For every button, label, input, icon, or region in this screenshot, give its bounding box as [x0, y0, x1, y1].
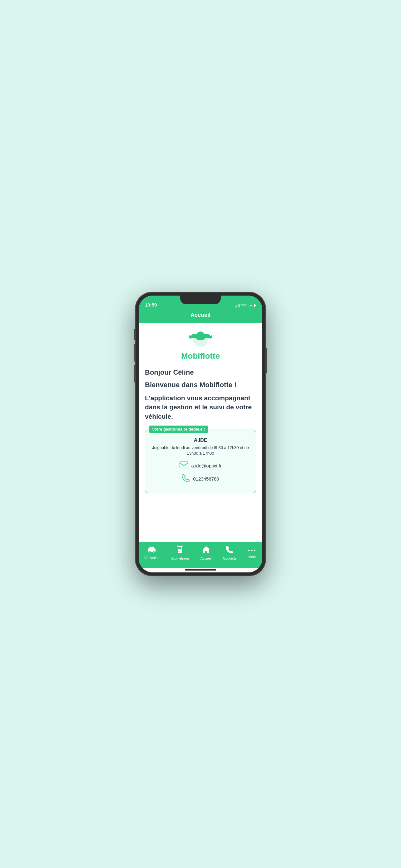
nav-label-accueil: Accueil [201, 556, 211, 560]
svg-rect-20 [177, 546, 178, 547]
svg-rect-17 [178, 550, 179, 550]
manager-phone-row[interactable]: 0123456789 [150, 474, 251, 484]
nav-item-kilometrage[interactable]: Kilométrage [168, 544, 192, 561]
manager-phone: 0123456789 [193, 476, 219, 482]
svg-rect-2 [238, 304, 239, 307]
nav-item-contacts[interactable]: Contacts [221, 544, 239, 561]
manager-hours: Joignable du lundi au vendredi de 8h30 à… [150, 445, 251, 456]
header-title: Accueil [191, 312, 210, 318]
svg-rect-19 [178, 551, 179, 552]
phone-icon [182, 474, 190, 484]
svg-rect-18 [180, 550, 181, 550]
svg-rect-21 [181, 546, 183, 547]
svg-rect-9 [180, 462, 188, 468]
side-button-mute [134, 329, 135, 340]
contacts-icon [226, 546, 234, 556]
svg-point-14 [153, 552, 154, 553]
side-button-volume-up [134, 344, 135, 362]
phone-frame: 10:59 [135, 292, 266, 576]
side-button-volume-down [134, 365, 135, 382]
manager-email-row[interactable]: a.ide@optixt.fr [150, 462, 251, 470]
nav-item-accueil[interactable]: Accueil [198, 544, 214, 561]
app-header: Accueil [139, 309, 262, 323]
manager-card: Votre gestionnaire dédié.e : A.IDE Joign… [145, 430, 256, 493]
logo-area: Mobiflotte [145, 330, 256, 361]
nav-item-more[interactable]: ••• More [245, 546, 259, 560]
home-indicator-area [139, 568, 262, 572]
svg-rect-10 [148, 548, 156, 552]
kilometrage-icon [176, 546, 183, 556]
home-indicator [185, 569, 216, 570]
nav-label-contacts: Contacts [223, 556, 236, 560]
main-content: Mobiflotte Bonjour Céline Bienvenue dans… [139, 323, 262, 542]
manager-name: A.IDE [150, 437, 251, 443]
logo-text: Mobiflotte [181, 351, 220, 361]
email-icon [179, 462, 188, 470]
manager-label: Votre gestionnaire dédié.e : [149, 426, 208, 433]
svg-point-13 [149, 552, 151, 553]
side-button-power [266, 348, 267, 373]
manager-email: a.ide@optixt.fr [192, 463, 222, 468]
svg-rect-3 [239, 304, 240, 307]
status-time: 10:59 [145, 302, 157, 307]
svg-rect-16 [178, 547, 181, 549]
accueil-icon [202, 546, 210, 556]
nav-label-vehicules: Véhicules [144, 556, 159, 560]
svg-rect-1 [236, 305, 237, 307]
svg-rect-0 [235, 306, 236, 307]
phone-screen: 10:59 [139, 296, 262, 572]
more-icon: ••• [248, 548, 257, 554]
svg-rect-8 [255, 305, 256, 306]
welcome-text: Bienvenue dans Mobiflotte ! [145, 381, 256, 389]
nav-label-more: More [248, 555, 256, 559]
notch [180, 296, 221, 304]
wifi-icon [241, 304, 246, 307]
description-text: L'application vous accompagnant dans la … [145, 393, 256, 421]
vehicules-icon [147, 546, 156, 555]
svg-point-4 [244, 307, 244, 307]
greeting-text: Bonjour Céline [145, 368, 256, 376]
bottom-navigation: Véhicules Kilométrage [139, 542, 262, 568]
battery-icon [248, 303, 256, 307]
nav-label-kilometrage: Kilométrage [171, 556, 189, 560]
status-icons [235, 303, 256, 307]
signal-icon [235, 304, 240, 307]
mobiflotte-logo-icon [188, 330, 213, 350]
nav-item-vehicules[interactable]: Véhicules [142, 545, 162, 561]
